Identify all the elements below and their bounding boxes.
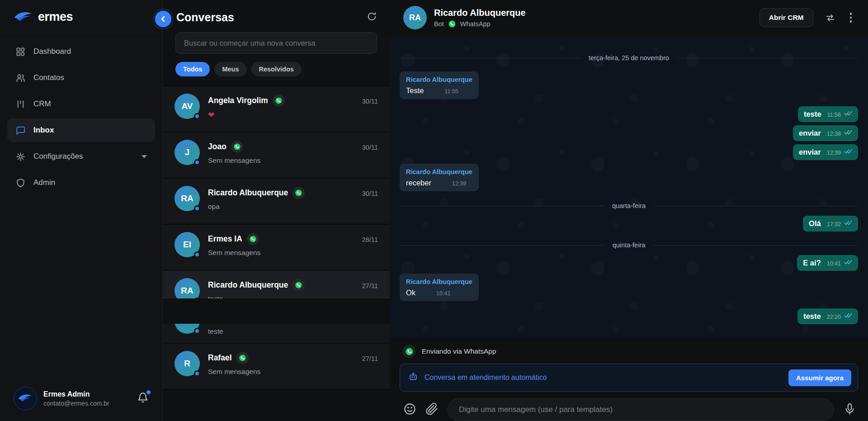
emoji-button[interactable] <box>403 402 416 417</box>
message-input[interactable] <box>448 398 834 421</box>
transfer-button[interactable] <box>825 13 835 23</box>
paperclip-icon <box>425 402 439 416</box>
robot-icon <box>408 372 418 383</box>
message-text: E ai? <box>803 259 821 267</box>
sidebar-item-label: Dashboard <box>33 47 71 56</box>
assume-now-button[interactable]: Assumir agora <box>788 369 851 386</box>
conversation-preview: opa <box>208 203 378 211</box>
avatar: RA <box>175 278 200 298</box>
sidebar: ermes Dashboard Contatos CRM Inbox Confi… <box>0 0 163 421</box>
contact-name: Ricardo Albuquerque <box>434 8 526 18</box>
search-input[interactable] <box>175 32 377 54</box>
double-check-icon <box>844 110 852 118</box>
conversation-name: Ricardo Albuquerque <box>208 188 288 198</box>
logo-wing-icon <box>14 10 33 24</box>
message-sender: Ricardo Albuquerque <box>406 168 472 175</box>
user-profile[interactable]: Ermes Admin contato@ermes.com.br <box>0 378 162 421</box>
avatar: J <box>175 140 200 165</box>
attach-button[interactable] <box>425 402 439 417</box>
whatsapp-icon <box>236 352 249 364</box>
conversation-name: Joao <box>208 142 226 151</box>
sidebar-item-contatos[interactable]: Contatos <box>7 66 155 90</box>
date-divider: quarta-feira <box>400 202 858 209</box>
incoming-message: Ricardo Albuquerque receber12:39 <box>400 164 479 191</box>
sidebar-item-admin[interactable]: Admin <box>7 171 155 194</box>
presence-dot <box>194 113 200 119</box>
avatar: AV <box>175 94 200 119</box>
sidebar-item-dashboard[interactable]: Dashboard <box>7 40 155 63</box>
conversation-date: 27/11 <box>362 354 378 362</box>
outgoing-message: enviar12:38 <box>793 125 858 141</box>
avatar <box>175 324 200 334</box>
voice-record-button[interactable] <box>843 402 856 417</box>
message-sender: Ricardo Albuquerque <box>406 278 472 285</box>
double-check-icon <box>844 129 852 137</box>
avatar: EI <box>175 232 200 257</box>
user-email: contato@ermes.com.br <box>43 400 109 407</box>
notifications-bell-button[interactable] <box>137 392 149 405</box>
conversation-preview-heart: ❤ <box>208 110 378 120</box>
conversation-row[interactable]: R Rafael 27/11 Sem mensagens <box>163 343 390 389</box>
contact-avatar: RA <box>403 6 427 29</box>
presence-dot <box>194 159 200 166</box>
shield-icon <box>15 178 26 188</box>
conversation-preview: teste <box>208 295 378 298</box>
conversation-row[interactable]: RA Ricardo Albuquerque 27/11 teste <box>163 270 390 298</box>
conversation-row[interactable]: AV Angela Virgolim 30/11 ❤ <box>163 85 390 132</box>
crm-kanban-icon <box>15 99 26 109</box>
presence-dot <box>194 370 200 377</box>
chevron-down-icon[interactable] <box>142 155 147 158</box>
conversation-name: Ermes IA <box>208 234 242 244</box>
double-check-icon <box>844 312 852 320</box>
conversation-preview: Sem mensagens <box>208 368 378 376</box>
logo-text: ermes <box>38 10 73 24</box>
swap-arrows-icon <box>825 13 835 23</box>
conversation-row[interactable]: RA Ricardo Albuquerque 30/11 opa <box>163 178 390 224</box>
presence-dot <box>194 205 200 212</box>
conversation-row[interactable]: J Joao 30/11 Sem mensagens <box>163 132 390 178</box>
filter-resolvidos[interactable]: Resolvidos <box>251 62 302 76</box>
message-time: 10:41 <box>827 260 841 267</box>
refresh-button[interactable] <box>367 11 377 24</box>
conversation-row-partial[interactable]: teste <box>163 324 390 343</box>
conversation-preview: Sem mensagens <box>208 249 378 257</box>
avatar: RA <box>175 186 200 211</box>
filter-chips: Todos Meus Resolvidos <box>163 54 390 85</box>
panel-title: Conversas <box>176 11 234 24</box>
list-gap <box>163 298 390 324</box>
more-options-button[interactable] <box>847 12 855 24</box>
user-meta: Ermes Admin contato@ermes.com.br <box>43 390 109 407</box>
app-window: ermes Dashboard Contatos CRM Inbox Confi… <box>0 0 868 421</box>
contact-subtitle: Bot WhatsApp <box>434 20 526 28</box>
user-avatar <box>14 387 37 410</box>
message-text: teste <box>804 110 821 118</box>
list-divider <box>163 389 390 390</box>
conversation-row[interactable]: EI Ermes IA 28/11 Sem mensagens <box>163 224 390 270</box>
sidebar-item-inbox[interactable]: Inbox <box>7 118 155 142</box>
contacts-icon <box>15 73 26 83</box>
presence-dot <box>194 298 200 298</box>
chat-header: RA Ricardo Albuquerque Bot WhatsApp Abri… <box>390 0 868 35</box>
conversation-name: Ricardo Albuquerque <box>208 280 288 290</box>
incoming-message: Ricardo Albuquerque Ok10:41 <box>400 274 479 301</box>
conversation-preview: teste <box>208 327 223 336</box>
whatsapp-icon <box>231 141 243 153</box>
message-text: Teste <box>406 86 424 95</box>
sidebar-item-configuracoes[interactable]: Configurações <box>7 145 155 168</box>
filter-meus[interactable]: Meus <box>214 62 246 76</box>
settings-gear-icon <box>15 151 26 162</box>
collapse-panel-button[interactable] <box>155 11 171 27</box>
sidebar-item-crm[interactable]: CRM <box>7 92 155 116</box>
microphone-icon <box>843 402 856 416</box>
date-divider: quinta-feira <box>400 241 858 249</box>
filter-todos[interactable]: Todos <box>175 62 210 76</box>
double-check-icon <box>844 259 852 267</box>
sidebar-item-label: Contatos <box>33 73 64 82</box>
app-logo: ermes <box>0 0 162 33</box>
chevron-left-icon <box>160 16 166 22</box>
message-time: 12:39 <box>827 150 841 156</box>
channel-tag: WhatsApp <box>460 20 491 28</box>
conversation-list: AV Angela Virgolim 30/11 ❤ J Joao <box>163 85 390 421</box>
open-crm-button[interactable]: Abrir CRM <box>760 8 813 27</box>
whatsapp-icon <box>292 187 305 199</box>
